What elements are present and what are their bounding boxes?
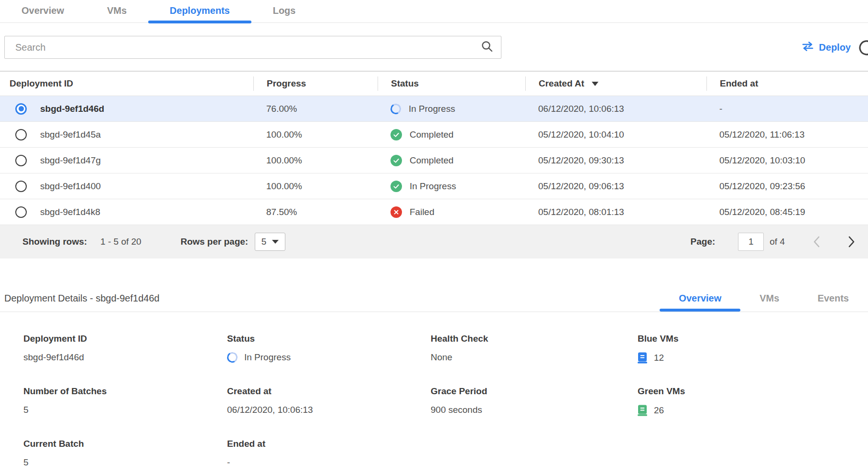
created-at-label: Created At: [539, 76, 584, 91]
ended-at-value: -: [706, 104, 868, 114]
showing-rows-label: Showing rows:: [22, 237, 87, 247]
search-input[interactable]: [14, 42, 481, 54]
field-green-vms: Green VMs 26: [638, 386, 868, 420]
deploy-button[interactable]: Deploy: [798, 41, 854, 54]
status-label: In Progress: [409, 104, 455, 114]
rows-per-page-value: 5: [261, 237, 267, 247]
ended-at-value: 05/12/2020, 08:45:19: [706, 207, 868, 217]
row-radio[interactable]: [15, 129, 27, 140]
field-label: Blue VMs: [638, 334, 868, 344]
created-at-value: 05/12/2020, 08:01:13: [525, 207, 706, 217]
status-label: Completed: [410, 129, 454, 140]
column-header-created-at[interactable]: Created At: [525, 76, 706, 91]
sort-desc-icon: [592, 82, 598, 86]
tab-overview[interactable]: Overview: [0, 0, 86, 23]
deployment-details-header: Deployment Details - sbgd-9ef1d46d Overv…: [0, 287, 868, 312]
field-grace-period: Grace Period 900 seconds: [431, 386, 638, 420]
swap-arrows-icon: [801, 42, 814, 54]
created-at-value: 05/12/2020, 10:04:10: [525, 129, 706, 140]
field-label: Deployment ID: [23, 334, 227, 344]
tab-logs[interactable]: Logs: [251, 0, 317, 23]
search-box[interactable]: [4, 36, 501, 59]
created-at-value: 05/12/2020, 09:30:13: [525, 155, 706, 166]
rows-per-page-label: Rows per page:: [181, 237, 248, 247]
field-number-of-batches: Number of Batches 5: [23, 386, 227, 420]
status-label: In Progress: [410, 181, 456, 192]
created-at-value: 05/12/2020, 09:06:13: [525, 181, 706, 192]
row-radio[interactable]: [15, 155, 27, 166]
rows-per-page-select[interactable]: 5: [255, 233, 285, 251]
progress-value: 100.00%: [253, 129, 378, 140]
previous-page-chevron-icon[interactable]: [813, 236, 820, 248]
created-at-value: 06/12/2020, 10:06:13: [525, 104, 706, 114]
column-header-deployment-id[interactable]: Deployment ID: [0, 76, 253, 91]
search-icon: [481, 40, 493, 55]
vm-icon-blue: [638, 352, 647, 364]
completed-check-icon: [391, 129, 402, 140]
next-page-chevron-icon[interactable]: [848, 236, 856, 248]
field-label: Current Batch: [23, 439, 227, 449]
field-value: 06/12/2020, 10:06:13: [227, 405, 431, 415]
field-value: 900 seconds: [431, 405, 638, 415]
status-label: Failed: [410, 207, 434, 217]
progress-value: 100.00%: [253, 155, 378, 166]
table-header: Deployment ID Progress Status Created At…: [0, 71, 868, 96]
deployments-table: Deployment ID Progress Status Created At…: [0, 71, 868, 259]
deployment-id-value: sbgd-9ef1d45a: [40, 129, 101, 140]
toolbar: Deploy: [0, 36, 868, 59]
table-row[interactable]: sbgd-9ef1d46d 76.00% In Progress 06/12/2…: [0, 96, 868, 122]
deployment-id-value: sbgd-9ef1d46d: [40, 104, 104, 114]
table-row[interactable]: sbgd-9ef1d45a 100.00% Completed 05/12/20…: [0, 122, 868, 148]
field-label: Grace Period: [431, 386, 638, 397]
details-tab-overview[interactable]: Overview: [660, 293, 740, 312]
field-blue-vms: Blue VMs 12: [638, 334, 868, 367]
deploy-label: Deploy: [819, 42, 851, 53]
ended-at-value: 05/12/2020, 09:23:56: [706, 181, 868, 192]
field-deployment-id: Deployment ID sbgd-9ef1d46d: [23, 334, 227, 367]
details-tab-bar: Overview VMs Events: [660, 293, 868, 312]
deployment-id-value: sbgd-9ef1d400: [40, 181, 101, 192]
table-row[interactable]: sbgd-9ef1d4k8 87.50% Failed 05/12/2020, …: [0, 199, 868, 225]
page-number-input[interactable]: [738, 233, 764, 251]
field-created-at: Created at 06/12/2020, 10:06:13: [227, 386, 431, 420]
column-header-status[interactable]: Status: [378, 76, 525, 91]
field-value: 26: [654, 405, 664, 416]
details-tab-vms[interactable]: VMs: [740, 293, 798, 312]
field-value: 12: [654, 353, 664, 363]
tab-vms[interactable]: VMs: [86, 0, 148, 23]
table-row[interactable]: sbgd-9ef1d400 100.00% In Progress 05/12/…: [0, 173, 868, 199]
ended-at-value: 05/12/2020, 11:06:13: [706, 129, 868, 140]
column-header-progress[interactable]: Progress: [253, 76, 378, 91]
column-header-ended-at[interactable]: Ended at: [706, 76, 868, 91]
progress-value: 100.00%: [253, 181, 378, 192]
completed-check-icon: [391, 181, 402, 192]
field-value: 5: [23, 405, 227, 415]
progress-value: 76.00%: [253, 104, 378, 114]
in-progress-spinner-icon: [390, 102, 402, 115]
chevron-down-icon: [272, 240, 279, 244]
row-radio-selected[interactable]: [15, 103, 27, 115]
tab-deployments[interactable]: Deployments: [148, 0, 251, 23]
status-label: Completed: [410, 155, 454, 166]
table-row[interactable]: sbgd-9ef1d47g 100.00% Completed 05/12/20…: [0, 148, 868, 173]
deployment-details-title: Deployment Details - sbgd-9ef1d46d: [4, 293, 160, 312]
main-tab-bar: Overview VMs Deployments Logs: [0, 0, 868, 23]
row-radio[interactable]: [15, 181, 27, 192]
row-radio[interactable]: [15, 206, 27, 218]
ended-at-value: 05/12/2020, 10:03:10: [706, 155, 868, 166]
progress-value: 87.50%: [253, 207, 378, 217]
field-value: In Progress: [244, 352, 291, 363]
field-label: Ended at: [227, 439, 431, 449]
field-health-check: Health Check None: [431, 334, 638, 367]
field-current-batch: Current Batch 5: [23, 439, 227, 472]
field-value: -: [227, 457, 431, 468]
field-label: Created at: [227, 386, 431, 397]
field-value: sbgd-9ef1d46d: [23, 352, 227, 363]
refresh-icon[interactable]: [857, 39, 868, 57]
showing-rows-value: 1 - 5 of 20: [100, 237, 141, 247]
deployment-id-value: sbgd-9ef1d47g: [40, 155, 101, 166]
page-total: of 4: [770, 237, 785, 247]
in-progress-spinner-icon: [226, 351, 239, 364]
details-tab-events[interactable]: Events: [798, 293, 868, 312]
deployment-id-value: sbgd-9ef1d4k8: [40, 207, 100, 217]
